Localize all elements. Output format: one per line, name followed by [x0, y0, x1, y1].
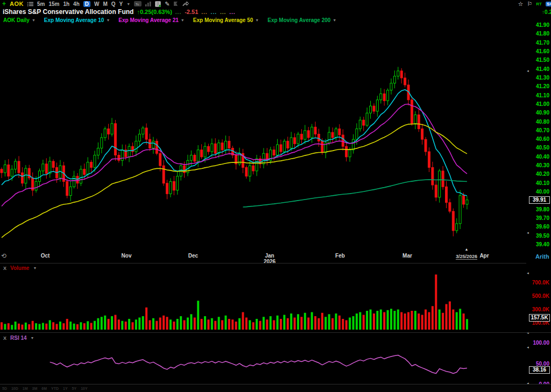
candle-body — [311, 127, 313, 138]
candle-body — [380, 94, 382, 99]
chevron-down-icon[interactable]: ▼ — [106, 18, 110, 22]
chevron-down-icon[interactable]: ▼ — [333, 18, 336, 22]
drawing-pencil-icon[interactable]: ✎ — [165, 1, 169, 8]
candle-body — [111, 124, 113, 134]
volume-bar — [370, 310, 372, 330]
volume-tick-label: 700.0K — [529, 280, 549, 286]
zoom-preset-button[interactable]: 1M — [23, 387, 28, 390]
candle-body — [90, 162, 93, 168]
zoom-preset-button[interactable]: 5Y — [72, 387, 77, 390]
candle-body — [38, 171, 40, 182]
volume-bar — [425, 310, 427, 330]
legend-ema200[interactable]: Exp Moving Average 200▼ — [267, 17, 336, 23]
candle-body — [463, 196, 465, 204]
volume-bar — [231, 319, 234, 330]
favorite-star-icon[interactable]: ☆ — [518, 1, 524, 8]
candle-body — [328, 132, 330, 143]
x-axis-label: Nov — [122, 253, 132, 259]
date-marker-label[interactable]: 3/25/2026 — [456, 254, 477, 260]
rsi-canvas[interactable] — [0, 333, 529, 384]
notes-icon[interactable] — [155, 1, 161, 7]
candle-body — [425, 139, 427, 152]
refresh-icon[interactable]: ⟲ — [1, 252, 6, 260]
scale-mode-label[interactable]: Arith — [535, 253, 549, 260]
candle-body — [452, 211, 454, 231]
volume-canvas[interactable] — [0, 263, 529, 332]
candle-body — [1, 169, 3, 173]
candle-body — [8, 165, 10, 176]
volume-bar — [187, 318, 189, 330]
legend-ema21[interactable]: Exp Moving Average 21▼ — [118, 17, 184, 23]
timeframe-dropdown-icon[interactable]: ▼ — [126, 2, 130, 6]
candle-body — [214, 144, 216, 153]
volume-bar — [349, 318, 351, 330]
symbol-label[interactable]: AOK — [10, 1, 24, 7]
volume-bar — [59, 322, 61, 330]
timeframe-monthly[interactable]: M — [103, 1, 107, 7]
legend-symbol-daily[interactable]: AOK Daily▼ — [3, 17, 36, 23]
add-symbol-icon[interactable]: + — [2, 0, 6, 8]
volume-bar — [338, 316, 341, 330]
axis-marker-icon: ◄ — [526, 346, 529, 349]
price-tick-label: 39.50 — [529, 233, 549, 239]
zoom-preset-button[interactable]: 1Y — [63, 387, 68, 390]
volume-bar — [194, 318, 196, 330]
splus-badge[interactable]: S+ — [546, 2, 551, 6]
toolbar: + AOK 5m 15m 1h 4h D W M Q Y ▼ Tc ✎ ☆ — [0, 0, 551, 8]
zoom-preset-button[interactable]: 6M — [41, 387, 47, 390]
volume-bar — [197, 301, 199, 330]
date-axis[interactable]: OctNovDecJan2026FebMarApr▲3/25/2026 — [0, 251, 529, 263]
volume-bar — [163, 316, 165, 330]
share-icon[interactable] — [182, 1, 189, 6]
legend-ema10[interactable]: Exp Moving Average 10▼ — [44, 17, 110, 23]
price-tick-label: 41.40 — [529, 66, 549, 72]
timeframe-weekly[interactable]: W — [94, 1, 99, 7]
volume-bar — [252, 322, 255, 330]
volume-bar — [42, 323, 44, 330]
indicator-bars-icon[interactable] — [145, 1, 151, 6]
zoom-preset-button[interactable]: 10D — [11, 387, 18, 390]
flag-icon[interactable]: ⚐ — [527, 1, 532, 8]
zoom-preset-button[interactable]: 3M — [32, 387, 38, 390]
chart-type-icon[interactable]: Tc — [134, 1, 142, 6]
timeframe-daily[interactable]: D — [83, 1, 90, 7]
zoom-preset-button[interactable]: 5D — [2, 387, 7, 390]
price-tick-label: 41.50 — [529, 57, 549, 63]
rsi-tick-label: 50.00 — [529, 361, 549, 367]
volume-bar — [249, 320, 251, 330]
volume-bar — [156, 321, 158, 330]
tag-icon[interactable] — [173, 1, 179, 6]
price-chart-canvas[interactable] — [0, 24, 529, 251]
timeframe-4h[interactable]: 4h — [73, 1, 80, 7]
volume-bar — [11, 325, 13, 330]
candle-body — [280, 145, 282, 152]
axis-marker-icon: ◄ — [526, 272, 529, 275]
volume-bar — [317, 318, 320, 330]
zoom-preset-button[interactable]: YTD — [51, 387, 59, 390]
chevron-down-icon[interactable]: ▼ — [255, 18, 259, 22]
volume-bar — [242, 312, 244, 330]
candle-body — [66, 181, 68, 195]
timeframe-1h[interactable]: 1h — [63, 1, 69, 7]
volume-bar — [463, 313, 465, 330]
timeframe-quarterly[interactable]: Q — [111, 1, 116, 7]
timeframe-15m[interactable]: 15m — [48, 1, 59, 7]
timeframe-yearly[interactable]: Y — [119, 1, 123, 7]
candle-body — [224, 141, 227, 149]
candle-body — [221, 143, 223, 150]
zoom-preset-button[interactable]: 10Y — [81, 387, 87, 390]
chevron-down-icon[interactable]: ▼ — [181, 18, 185, 22]
timeframe-5m[interactable]: 5m — [37, 1, 45, 7]
last-price-box: 39.91 — [529, 196, 550, 204]
x-axis-label: Feb — [335, 253, 345, 259]
watchlist-icon[interactable] — [27, 2, 33, 6]
zoom-preset-bar: 5D10D1M3M6MYTD1Y5Y10Y — [0, 384, 551, 392]
chevron-down-icon[interactable]: ▼ — [32, 18, 36, 22]
legend-ema50[interactable]: Exp Moving Average 50▼ — [193, 17, 259, 23]
candle-body — [466, 200, 468, 204]
volume-bar — [214, 321, 216, 330]
volume-bar — [263, 317, 265, 330]
volume-bar — [400, 312, 402, 330]
candle-body — [73, 176, 75, 187]
volume-bar — [62, 323, 65, 330]
